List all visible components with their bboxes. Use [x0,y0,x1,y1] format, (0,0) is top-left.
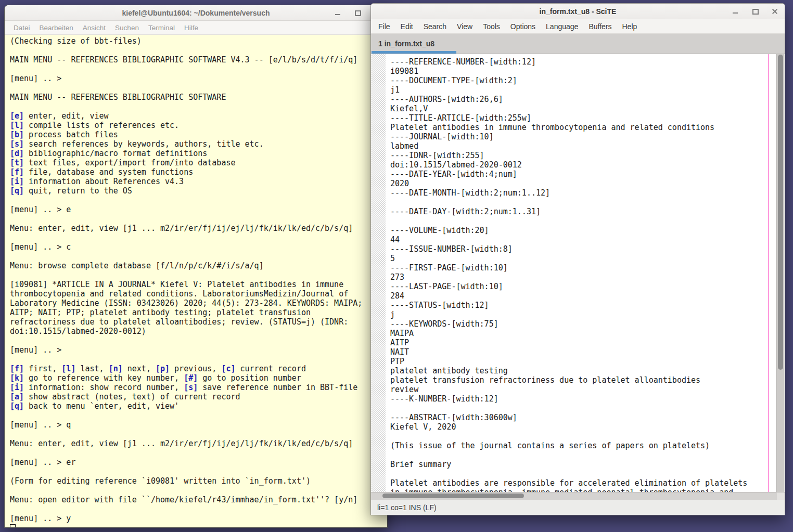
terminal-title: kiefel@Ubuntu1604: ~/Dokumente/versuch [122,9,270,17]
scite-menu-view[interactable]: View [452,22,478,31]
editor-line: in immune thrombocytopenia, immune-media… [390,488,776,492]
terminal-line: [i09081] *ARTICLE IN A JOURNAL* Kiefel V… [10,280,387,289]
terminal-line: [menu] .. > q [10,420,387,430]
scite-tabbar: 1 in_form.txt_u8 [371,34,785,54]
terminal-line: [i] information: show record number, [s]… [10,383,387,392]
editor-selection-margin [372,54,386,492]
terminal-line: [menu] .. > [10,345,387,355]
terminal-line [10,355,387,364]
terminal-line: [menu] .. > c [10,242,387,252]
editor-text[interactable]: ----REFERENCE-NUMBER-[width:12]i09081---… [386,54,776,492]
editor-line: 2020 [390,179,776,188]
editor-line: ----STATUS-[width:12] [390,301,776,310]
editor-line: Platelet antibodies in immune thrombocyt… [390,123,776,132]
editor-line: Kiefel,V [390,104,776,113]
editor-line: MAIPA [390,329,776,338]
editor-line: ----IDNR-[width:255] [390,151,776,160]
terminal-line [10,467,387,476]
terminal-line: [menu] .. > er [10,458,387,467]
editor-line: (This issue of the journal contains a se… [390,441,776,450]
editor-line: i09081 [390,67,776,76]
terminal-menu-ansicht[interactable]: Ansicht [78,24,110,32]
editor-line: 44 [390,235,776,244]
scite-menu-buffers[interactable]: Buffers [583,22,617,31]
terminal-line [10,336,387,345]
terminal-line: Laboratory Medicine (ISSN: 03423026) 202… [10,299,387,308]
terminal-line [10,270,387,280]
scite-window-controls [732,4,778,19]
scite-menu-tools[interactable]: Tools [478,22,505,31]
editor-line: doi:10.1515/labmed-2020-0012 [390,160,776,170]
terminal-line: [f] file, database and system functions [10,167,387,177]
terminal-line: (Form for editing reference `i09081' wri… [10,476,387,486]
horizontal-scrollbar-thumb[interactable] [382,494,524,498]
scite-menu-options[interactable]: Options [505,22,541,31]
editor-line [390,404,776,413]
terminal-menu-bearbeiten[interactable]: Bearbeiten [35,24,78,32]
terminal-line: [q] back to menu `enter, edit, view' [10,401,387,411]
editor-line: AITP [390,338,776,347]
terminal-menu-hilfe[interactable]: Hilfe [180,24,203,32]
editor-line [390,469,776,478]
terminal-line [10,102,387,111]
scite-menu-search[interactable]: Search [418,22,452,31]
editor-line: PTP [390,357,776,366]
terminal-line: [d] bibliographic/macro format definitio… [10,149,387,158]
vertical-scrollbar[interactable] [776,54,784,492]
terminal-line: [t] text files, export/import from/into … [10,158,387,167]
terminal-screen[interactable]: (Checking size of bbt-files) MAIN MENU -… [5,35,387,527]
scite-menubar: FileEditSearchViewToolsOptionsLanguageBu… [371,19,785,34]
terminal-menu-datei[interactable]: Datei [9,24,35,32]
editor-line: labmed [390,141,776,151]
editor-line: 284 [390,291,776,301]
scite-window: in_form.txt_u8 - SciTE FileEditSearchVie… [370,3,785,515]
editor-line: NAIT [390,347,776,357]
editor-line: platelet transfusion refractoriness due … [390,375,776,385]
terminal-line: Menu: open editor with file ``/home/kief… [10,495,387,504]
horizontal-scrollbar[interactable] [371,492,777,500]
terminal-line [10,233,387,242]
terminal-line [10,196,387,205]
editor-line: ----DOCUMENT-TYPE-[width:2] [390,76,776,85]
minimize-icon[interactable] [334,9,341,17]
terminal-line: MAIN MENU -- REFERENCES BIBLIOGRAPHIC SO… [10,55,387,64]
terminal-menu-suchen[interactable]: Suchen [110,24,144,32]
editor-pane[interactable]: ----REFERENCE-NUMBER-[width:12]i09081---… [372,54,784,492]
editor-line: ----K-NUMBER-[width:12] [390,394,776,404]
terminal-line [10,523,387,527]
terminal-titlebar[interactable]: kiefel@Ubuntu1604: ~/Dokumente/versuch [5,5,387,21]
terminal-line: [q] quit, return to the OS [10,186,387,196]
maximize-icon[interactable] [354,9,361,17]
scite-menu-language[interactable]: Language [541,22,583,31]
active-tab-indicator [372,51,456,54]
status-text: li=1 co=1 INS (LF) [377,503,437,512]
terminal-line: [a] show abstract (notes, text) of curre… [10,392,387,401]
terminal-line: thrombocytopenia and related conditions.… [10,289,387,299]
minimize-icon[interactable] [732,8,739,15]
scite-statusbar: li=1 co=1 INS (LF) [371,500,785,515]
terminal-line [10,252,387,261]
terminal-line: doi:10.1515/labmed-2020-0012) [10,327,387,336]
terminal-menubar: DateiBearbeitenAnsichtSuchenTerminalHilf… [5,21,387,35]
editor-line: review [390,385,776,394]
editor-line: Brief summary [390,460,776,469]
terminal-line: MAIN MENU -- REFERENCES BIBLIOGRAPHIC SO… [10,93,387,102]
terminal-line [10,448,387,458]
terminal-menu-terminal[interactable]: Terminal [144,24,180,32]
tab-label: 1 in_form.txt_u8 [378,40,434,48]
editor-line: ----ABSTRACT-[width:30600w] [390,413,776,422]
terminal-line: [f] first, [l] last, [n] next, [p] previ… [10,364,387,373]
terminal-line: Menu: enter, edit, view [j1 ... m2/ir/er… [10,439,387,448]
terminal-line: [k] go to reference with key number, [#]… [10,373,387,383]
vertical-scrollbar-thumb[interactable] [778,55,783,370]
terminal-line [10,486,387,495]
editor-line: ----FIRST-PAGE-[width:10] [390,263,776,273]
edge-marker [769,54,769,492]
close-icon[interactable] [771,8,778,15]
terminal-line: [e] enter, edit, view [10,111,387,121]
scite-titlebar[interactable]: in_form.txt_u8 - SciTE [371,4,785,20]
scite-menu-edit[interactable]: Edit [395,22,418,31]
scite-menu-help[interactable]: Help [617,22,642,31]
scite-menu-file[interactable]: File [373,22,395,31]
maximize-icon[interactable] [751,8,759,15]
